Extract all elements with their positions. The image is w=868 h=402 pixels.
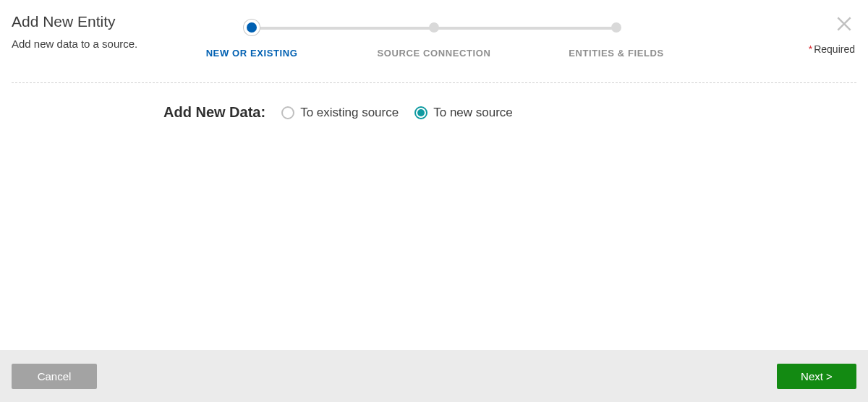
required-label: Required	[814, 43, 855, 55]
close-button[interactable]	[835, 14, 854, 36]
stepper	[239, 20, 629, 35]
required-hint: *Required	[809, 43, 855, 55]
radio-icon-selected	[414, 106, 427, 119]
header-divider	[12, 82, 856, 83]
step-label-source-connection: SOURCE CONNECTION	[378, 48, 491, 59]
close-icon	[835, 14, 854, 33]
footer-bar: Cancel Next >	[0, 350, 868, 402]
cancel-button[interactable]: Cancel	[12, 364, 97, 389]
step-dot-entities-fields[interactable]	[611, 22, 621, 33]
radio-label-existing-source: To existing source	[300, 106, 399, 120]
radio-icon-unselected	[281, 106, 294, 119]
add-new-data-label: Add New Data:	[163, 104, 265, 121]
step-label-entities-fields: ENTITIES & FIELDS	[569, 48, 664, 59]
required-asterisk-icon: *	[809, 43, 812, 55]
next-button[interactable]: Next >	[777, 364, 856, 389]
step-dot-source-connection[interactable]	[429, 22, 439, 33]
step-label-new-or-existing: NEW OR EXISTING	[206, 48, 298, 59]
radio-option-existing-source[interactable]: To existing source	[281, 106, 399, 120]
radio-label-new-source: To new source	[433, 106, 513, 120]
step-dot-new-or-existing[interactable]	[247, 22, 257, 33]
radio-option-new-source[interactable]: To new source	[414, 106, 513, 120]
